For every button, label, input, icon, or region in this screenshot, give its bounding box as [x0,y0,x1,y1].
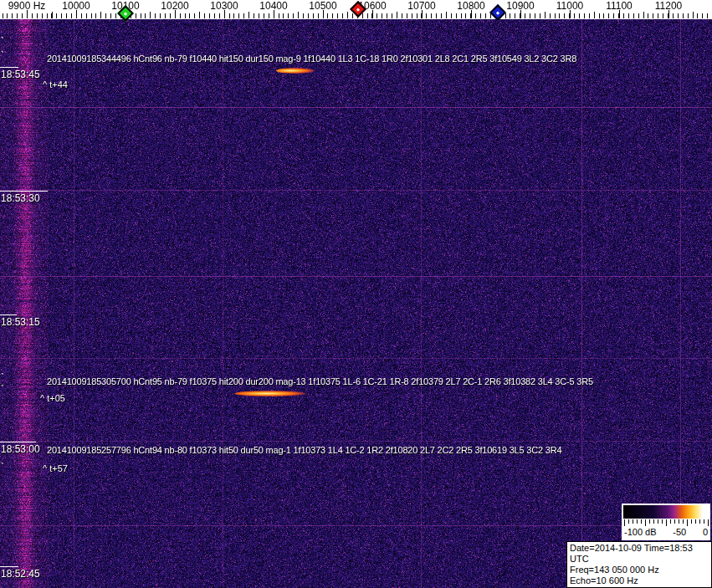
detection-annotation: 20141009185305700 hCnt95 nb-79 f10375 hi… [47,376,593,386]
edge-tick-mark: ` [1,384,4,396]
db-tick [679,519,679,524]
time-tick-line [0,442,36,442]
db-tick [687,519,688,526]
db-tick [695,519,696,524]
time-tick-line [0,314,17,315]
db-scale-ticks [623,519,709,527]
edge-tick-mark: ` [1,36,4,48]
date-time-line: Date=2014-10-09 Time=18:53 UTC [570,543,711,565]
time-tick-line [0,566,18,567]
db-tick [649,519,650,524]
db-tick [691,519,692,524]
echo-frequency-line: Echo=10 600 Hz [570,575,711,586]
db-tick [624,519,625,526]
db-max-label: 0 [703,527,708,538]
time-tick-line [0,191,48,192]
edge-tick-mark: ` [1,50,4,62]
db-mid-label: -50 [673,527,686,538]
db-tick [628,519,629,524]
db-tick [645,519,646,526]
db-tick [683,519,684,524]
db-tick [637,519,638,524]
time-label: 18:53:30 [1,192,40,204]
db-tick [708,519,709,526]
time-offset-label: ^ t+05 [40,393,65,403]
overlay-text-layer: 18:53:4518:53:3018:53:1518:53:0018:52:45… [0,0,712,588]
time-label: 18:53:15 [1,316,40,328]
db-tick [633,519,633,524]
db-tick [699,519,700,524]
db-tick [674,519,675,524]
db-tick [662,519,663,524]
db-tick [704,519,704,524]
db-tick [658,519,658,524]
db-tick [666,519,667,526]
time-label: 18:52:45 [1,568,40,580]
time-tick-line [0,67,18,68]
time-offset-label: ^ t+44 [43,79,68,89]
detection-annotation: 20141009185344496 hCnt96 nb-79 f10440 hi… [47,54,576,64]
detection-annotation: 20141009185257796 hCnt94 nb-80 f10373 hi… [47,445,561,455]
db-scale-labels: -100 dB -50 0 [622,527,709,538]
edge-tick-mark: ` [1,462,4,473]
db-tick [653,519,654,524]
meteor-echo-spectrogram-app: 9900 Hz100001010010200103001040010500106… [0,0,712,588]
db-min-label: -100 dB [624,527,657,538]
frequency-line: Freq=143 050 000 Hz [570,565,711,575]
color-gradient-bar [623,505,709,519]
db-tick [641,519,642,524]
edge-tick-mark: ` [1,372,4,384]
time-label: 18:53:00 [1,443,40,455]
db-tick [670,519,671,524]
time-label: 18:53:45 [1,69,40,80]
status-info-box: Date=2014-10-09 Time=18:53 UTC Freq=143 … [566,541,712,588]
time-offset-label: ^ t+57 [43,463,68,473]
db-color-scale: -100 dB -50 0 [622,504,710,540]
